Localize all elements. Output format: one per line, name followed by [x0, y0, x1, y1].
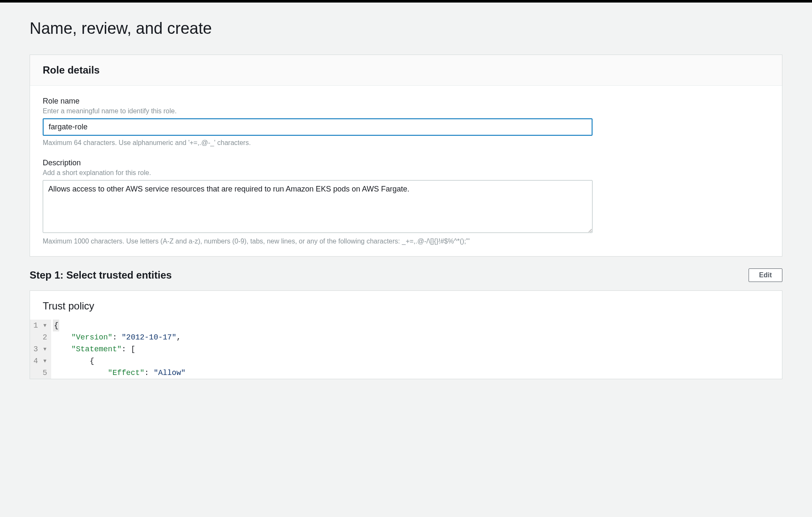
- gutter-line-5: 5: [33, 367, 48, 379]
- gutter-line-4: 4 ▾: [33, 355, 48, 367]
- role-name-input[interactable]: [43, 118, 593, 136]
- trust-policy-header: Trust policy: [30, 291, 782, 320]
- code-token: "2012-10-17": [122, 333, 177, 342]
- role-name-group: Role name Enter a meaningful name to ide…: [43, 97, 769, 147]
- code-token: "Allow": [154, 369, 186, 377]
- description-hint: Add a short explanation for this role.: [43, 169, 769, 177]
- code-token: "Effect": [108, 369, 144, 377]
- code-token: "Version": [71, 333, 112, 342]
- code-token: :: [122, 345, 126, 353]
- trust-policy-title: Trust policy: [43, 300, 769, 312]
- code-content[interactable]: { "Version": "2012-10-17", "Statement": …: [51, 320, 185, 379]
- code-token: "Statement": [71, 345, 122, 353]
- role-name-hint: Enter a meaningful name to identify this…: [43, 107, 769, 115]
- gutter-line-2: 2: [33, 331, 48, 343]
- description-textarea[interactable]: [43, 180, 593, 233]
- role-name-label: Role name: [43, 97, 769, 106]
- trust-policy-panel: Trust policy 1 ▾ 2 3 ▾ 4 ▾ 5 { "Version"…: [30, 290, 782, 379]
- role-details-panel: Role details Role name Enter a meaningfu…: [30, 55, 782, 257]
- code-editor[interactable]: 1 ▾ 2 3 ▾ 4 ▾ 5 { "Version": "2012-10-17…: [30, 320, 782, 379]
- role-details-header: Role details: [30, 55, 782, 86]
- code-token: ,: [176, 333, 181, 342]
- description-label: Description: [43, 159, 769, 167]
- description-constraint: Maximum 1000 characters. Use letters (A-…: [43, 238, 769, 245]
- role-name-constraint: Maximum 64 characters. Use alphanumeric …: [43, 139, 769, 147]
- gutter-line-3: 3 ▾: [33, 343, 48, 355]
- role-details-title: Role details: [43, 64, 769, 76]
- gutter-line-1: 1 ▾: [33, 320, 48, 331]
- code-token: {: [54, 321, 58, 330]
- code-token: {: [90, 357, 94, 365]
- page-title: Name, review, and create: [30, 19, 782, 38]
- page-container: Name, review, and create Role details Ro…: [0, 3, 812, 396]
- code-gutter: 1 ▾ 2 3 ▾ 4 ▾ 5: [30, 320, 51, 379]
- edit-button[interactable]: Edit: [749, 268, 782, 282]
- description-group: Description Add a short explanation for …: [43, 159, 769, 245]
- step1-title: Step 1: Select trusted entities: [30, 269, 172, 281]
- code-token: :: [145, 369, 149, 377]
- code-token: :: [112, 333, 117, 342]
- code-token: [: [131, 345, 135, 353]
- step1-header-row: Step 1: Select trusted entities Edit: [30, 268, 782, 282]
- role-details-body: Role name Enter a meaningful name to ide…: [30, 86, 782, 256]
